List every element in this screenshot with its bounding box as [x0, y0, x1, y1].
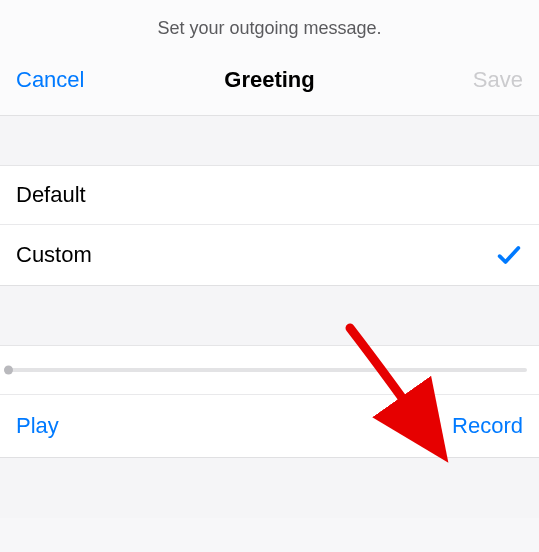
playback-slider-thumb[interactable]: [4, 366, 13, 375]
page-title: Greeting: [185, 67, 354, 93]
option-custom[interactable]: Custom: [0, 225, 539, 285]
option-custom-label: Custom: [16, 242, 92, 268]
option-default[interactable]: Default: [0, 166, 539, 225]
navbar: Cancel Greeting Save: [0, 55, 539, 116]
cancel-button[interactable]: Cancel: [16, 67, 185, 93]
option-default-label: Default: [16, 182, 86, 208]
playback-slider[interactable]: [4, 368, 527, 372]
section-spacer: [0, 458, 539, 518]
greeting-options-list: Default Custom: [0, 166, 539, 286]
section-spacer: [0, 116, 539, 166]
save-button: Save: [354, 67, 523, 93]
section-spacer: [0, 286, 539, 346]
playback-progress-area: [0, 346, 539, 395]
instruction-text: Set your outgoing message.: [0, 0, 539, 55]
playback-controls: Play Record: [0, 395, 539, 458]
record-button[interactable]: Record: [452, 413, 523, 439]
play-button[interactable]: Play: [16, 413, 59, 439]
checkmark-icon: [495, 241, 523, 269]
